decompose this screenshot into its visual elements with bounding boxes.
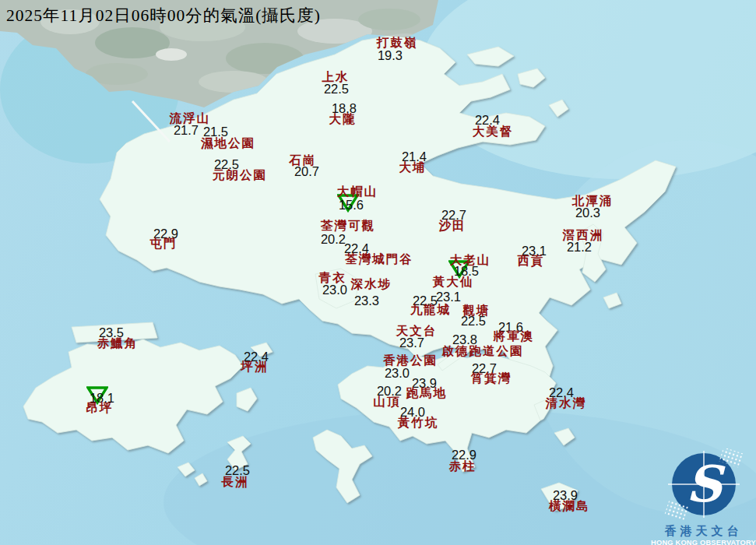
station-name: 元朗公園 [213,167,267,184]
station-name: 屯門 [150,236,178,252]
station-name: 大埔 [399,160,427,176]
station-name: 黃竹坑 [398,415,439,431]
station-name: 昂坪 [86,400,114,417]
station-name: 山頂 [374,394,401,410]
station-name: 黃大仙 [433,274,474,290]
station-name: 香港公園 [383,353,438,369]
station-name: 深水埗 [351,276,392,293]
station-temp: 23.3 [354,294,379,308]
station-name: 大帽山 [337,184,378,200]
station-name: 啟德跑道公園 [442,343,524,360]
station-name: 荃灣可觀 [321,218,375,234]
station-name: 九龍城 [410,302,452,318]
station-name: 長洲 [222,474,249,490]
station-name: 橫瀾島 [549,498,590,515]
station-name: 將軍澳 [494,329,535,345]
station-name: 坪洲 [241,359,269,375]
land-lantau [23,339,243,453]
station-name: 筲箕灣 [471,371,512,387]
station-name: 荃灣城門谷 [345,251,413,268]
station-name: 打鼓嶺 [377,35,418,51]
station-name: 大老山 [450,252,491,269]
station-name: 北潭涌 [572,193,614,209]
station-name: 跑馬地 [406,385,448,402]
station-name: 清水灣 [546,396,587,412]
hko-name-en: HONG KONG OBSERVATORY [651,539,756,545]
station-name: 濕地公園 [201,135,255,152]
hko-emblem: S [657,448,751,520]
map-terrain [0,0,756,545]
station-name: 天文台 [396,323,438,339]
station-name: 大美督 [473,124,514,140]
hko-logo: S 香港天文台 HONG KONG OBSERVATORY [651,448,756,545]
station-name: 西貢 [518,253,545,269]
land-hei-ling-chau [237,388,257,411]
station-name: 沙田 [439,218,466,234]
hko-name-zh: 香港天文台 [651,524,756,539]
station-name: 石崗 [290,153,317,169]
station-name: 大隴 [329,111,357,128]
station-name: 上水 [322,69,350,86]
hk-temperature-map: 2025年11月02日06時00分的氣溫(攝氏度) 19.3打鼓嶺22.5上水1… [0,0,756,545]
station-name: 赤柱 [449,459,476,475]
station-name: 青衣 [319,270,346,287]
hko-s-glyph: S [685,455,725,513]
map-title: 2025年11月02日06時00分的氣溫(攝氏度) [6,4,321,26]
station-name: 觀塘 [463,303,491,319]
station-name: 滘西洲 [563,227,604,244]
station-name: 赤鱲角 [97,336,139,352]
